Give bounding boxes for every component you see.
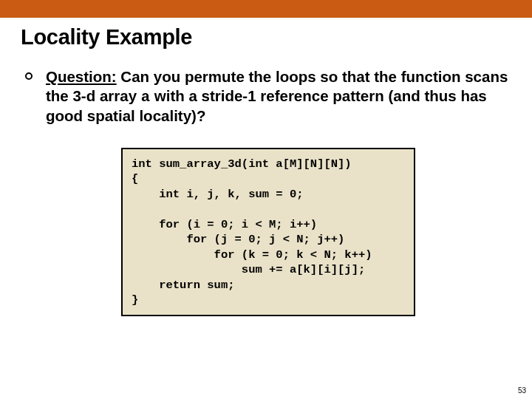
page-number: 53 (518, 386, 526, 395)
slide-title: Locality Example (21, 25, 532, 50)
question-text: Question: Can you permute the loops so t… (46, 67, 511, 126)
header-bar (0, 0, 532, 18)
code-content: int sum_array_3d(int a[M][N][N]) { int i… (132, 157, 405, 308)
bullet-item: Question: Can you permute the loops so t… (25, 67, 511, 126)
code-box: int sum_array_3d(int a[M][N][N]) { int i… (121, 148, 415, 317)
array-name: a (141, 89, 150, 106)
question-label: Question: (46, 68, 117, 85)
bullet-marker (25, 72, 33, 80)
slide-body: Question: Can you permute the loops so t… (25, 67, 511, 316)
